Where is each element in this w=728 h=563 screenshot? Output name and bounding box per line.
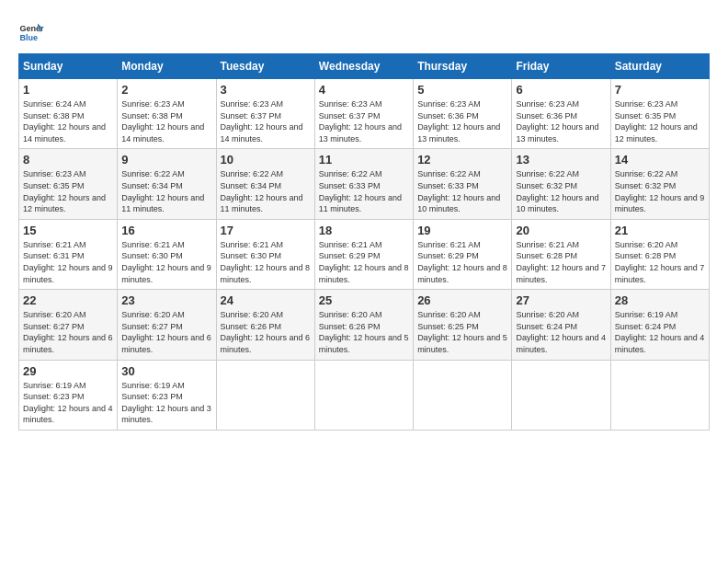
calendar-table: SundayMondayTuesdayWednesdayThursdayFrid… xyxy=(18,53,710,431)
day-number: 9 xyxy=(121,153,211,167)
col-header-sunday: Sunday xyxy=(19,54,118,79)
day-number: 20 xyxy=(516,224,606,237)
day-number: 13 xyxy=(516,153,606,167)
day-number: 23 xyxy=(121,293,211,307)
day-number: 27 xyxy=(516,293,606,307)
day-info: Sunrise: 6:23 AM Sunset: 6:35 PM Dayligh… xyxy=(23,168,113,214)
day-info: Sunrise: 6:22 AM Sunset: 6:32 PM Dayligh… xyxy=(516,168,606,214)
day-cell: 24 Sunrise: 6:20 AM Sunset: 6:26 PM Dayl… xyxy=(216,290,314,360)
day-cell: 10 Sunrise: 6:22 AM Sunset: 6:34 PM Dayl… xyxy=(216,149,314,219)
day-info: Sunrise: 6:19 AM Sunset: 6:23 PM Dayligh… xyxy=(23,380,113,426)
day-cell: 1 Sunrise: 6:24 AM Sunset: 6:38 PM Dayli… xyxy=(19,79,118,149)
day-info: Sunrise: 6:22 AM Sunset: 6:34 PM Dayligh… xyxy=(121,168,211,214)
day-cell: 22 Sunrise: 6:20 AM Sunset: 6:27 PM Dayl… xyxy=(19,290,118,360)
day-number: 6 xyxy=(516,83,606,97)
day-number: 12 xyxy=(417,153,507,167)
week-row-1: 1 Sunrise: 6:24 AM Sunset: 6:38 PM Dayli… xyxy=(19,79,710,149)
day-cell: 15 Sunrise: 6:21 AM Sunset: 6:31 PM Dayl… xyxy=(19,219,118,289)
day-of-week-header: SundayMondayTuesdayWednesdayThursdayFrid… xyxy=(19,54,710,79)
day-info: Sunrise: 6:20 AM Sunset: 6:25 PM Dayligh… xyxy=(417,309,507,355)
col-header-wednesday: Wednesday xyxy=(314,54,413,79)
day-cell: 17 Sunrise: 6:21 AM Sunset: 6:30 PM Dayl… xyxy=(216,219,314,289)
day-cell: 13 Sunrise: 6:22 AM Sunset: 6:32 PM Dayl… xyxy=(512,149,610,219)
day-cell: 19 Sunrise: 6:21 AM Sunset: 6:29 PM Dayl… xyxy=(414,219,512,289)
day-number: 28 xyxy=(615,293,705,307)
day-number: 8 xyxy=(23,153,113,167)
day-info: Sunrise: 6:21 AM Sunset: 6:31 PM Dayligh… xyxy=(23,239,113,285)
day-info: Sunrise: 6:20 AM Sunset: 6:27 PM Dayligh… xyxy=(121,309,211,355)
day-info: Sunrise: 6:20 AM Sunset: 6:26 PM Dayligh… xyxy=(319,309,409,355)
day-number: 16 xyxy=(121,224,211,237)
day-number: 1 xyxy=(23,83,113,97)
week-row-5: 29 Sunrise: 6:19 AM Sunset: 6:23 PM Dayl… xyxy=(19,360,710,430)
day-cell: 3 Sunrise: 6:23 AM Sunset: 6:37 PM Dayli… xyxy=(216,79,314,149)
svg-text:Blue: Blue xyxy=(19,33,38,42)
day-info: Sunrise: 6:23 AM Sunset: 6:36 PM Dayligh… xyxy=(417,98,507,144)
day-info: Sunrise: 6:19 AM Sunset: 6:23 PM Dayligh… xyxy=(121,380,211,426)
col-header-friday: Friday xyxy=(512,54,610,79)
day-info: Sunrise: 6:23 AM Sunset: 6:38 PM Dayligh… xyxy=(121,98,211,144)
day-cell: 7 Sunrise: 6:23 AM Sunset: 6:35 PM Dayli… xyxy=(610,79,709,149)
day-number: 29 xyxy=(23,364,113,378)
day-info: Sunrise: 6:20 AM Sunset: 6:24 PM Dayligh… xyxy=(516,309,606,355)
day-info: Sunrise: 6:23 AM Sunset: 6:36 PM Dayligh… xyxy=(516,98,606,144)
day-number: 2 xyxy=(121,83,211,97)
day-info: Sunrise: 6:23 AM Sunset: 6:37 PM Dayligh… xyxy=(319,98,409,144)
day-number: 21 xyxy=(615,224,705,237)
day-cell: 20 Sunrise: 6:21 AM Sunset: 6:28 PM Dayl… xyxy=(512,219,610,289)
day-info: Sunrise: 6:21 AM Sunset: 6:30 PM Dayligh… xyxy=(221,239,311,285)
day-cell: 12 Sunrise: 6:22 AM Sunset: 6:33 PM Dayl… xyxy=(414,149,512,219)
day-number: 14 xyxy=(615,153,705,167)
day-cell: 25 Sunrise: 6:20 AM Sunset: 6:26 PM Dayl… xyxy=(314,290,413,360)
day-number: 17 xyxy=(221,224,311,237)
day-number: 30 xyxy=(121,364,211,378)
day-cell: 29 Sunrise: 6:19 AM Sunset: 6:23 PM Dayl… xyxy=(19,360,118,430)
week-row-4: 22 Sunrise: 6:20 AM Sunset: 6:27 PM Dayl… xyxy=(19,290,710,360)
day-number: 19 xyxy=(417,224,507,237)
day-cell: 23 Sunrise: 6:20 AM Sunset: 6:27 PM Dayl… xyxy=(118,290,216,360)
day-cell: 18 Sunrise: 6:21 AM Sunset: 6:29 PM Dayl… xyxy=(314,219,413,289)
day-info: Sunrise: 6:24 AM Sunset: 6:38 PM Dayligh… xyxy=(23,98,113,144)
week-row-2: 8 Sunrise: 6:23 AM Sunset: 6:35 PM Dayli… xyxy=(19,149,710,219)
day-info: Sunrise: 6:21 AM Sunset: 6:28 PM Dayligh… xyxy=(516,239,606,285)
logo-icon: General Blue xyxy=(18,18,44,44)
day-info: Sunrise: 6:22 AM Sunset: 6:33 PM Dayligh… xyxy=(417,168,507,214)
day-cell xyxy=(314,360,413,430)
day-cell: 8 Sunrise: 6:23 AM Sunset: 6:35 PM Dayli… xyxy=(19,149,118,219)
day-number: 15 xyxy=(23,224,113,237)
day-info: Sunrise: 6:20 AM Sunset: 6:26 PM Dayligh… xyxy=(221,309,311,355)
day-info: Sunrise: 6:23 AM Sunset: 6:37 PM Dayligh… xyxy=(221,98,311,144)
day-info: Sunrise: 6:22 AM Sunset: 6:32 PM Dayligh… xyxy=(615,168,705,214)
day-number: 7 xyxy=(615,83,705,97)
day-info: Sunrise: 6:21 AM Sunset: 6:29 PM Dayligh… xyxy=(417,239,507,285)
day-info: Sunrise: 6:20 AM Sunset: 6:27 PM Dayligh… xyxy=(23,309,113,355)
col-header-tuesday: Tuesday xyxy=(216,54,314,79)
day-number: 26 xyxy=(417,293,507,307)
day-cell: 30 Sunrise: 6:19 AM Sunset: 6:23 PM Dayl… xyxy=(118,360,216,430)
day-number: 3 xyxy=(221,83,311,97)
col-header-thursday: Thursday xyxy=(414,54,512,79)
day-cell: 26 Sunrise: 6:20 AM Sunset: 6:25 PM Dayl… xyxy=(414,290,512,360)
day-cell xyxy=(610,360,709,430)
day-number: 24 xyxy=(221,293,311,307)
day-cell: 4 Sunrise: 6:23 AM Sunset: 6:37 PM Dayli… xyxy=(314,79,413,149)
day-cell xyxy=(216,360,314,430)
day-info: Sunrise: 6:19 AM Sunset: 6:24 PM Dayligh… xyxy=(615,309,705,355)
day-number: 18 xyxy=(319,224,409,237)
week-row-3: 15 Sunrise: 6:21 AM Sunset: 6:31 PM Dayl… xyxy=(19,219,710,289)
day-cell: 21 Sunrise: 6:20 AM Sunset: 6:28 PM Dayl… xyxy=(610,219,709,289)
day-cell: 28 Sunrise: 6:19 AM Sunset: 6:24 PM Dayl… xyxy=(610,290,709,360)
day-cell xyxy=(414,360,512,430)
day-number: 10 xyxy=(221,153,311,167)
day-number: 25 xyxy=(319,293,409,307)
header: General Blue xyxy=(18,18,710,44)
col-header-saturday: Saturday xyxy=(610,54,709,79)
day-cell: 16 Sunrise: 6:21 AM Sunset: 6:30 PM Dayl… xyxy=(118,219,216,289)
day-number: 11 xyxy=(319,153,409,167)
day-number: 22 xyxy=(23,293,113,307)
day-cell: 11 Sunrise: 6:22 AM Sunset: 6:33 PM Dayl… xyxy=(314,149,413,219)
col-header-monday: Monday xyxy=(118,54,216,79)
day-cell xyxy=(512,360,610,430)
day-info: Sunrise: 6:23 AM Sunset: 6:35 PM Dayligh… xyxy=(615,98,705,144)
day-number: 4 xyxy=(319,83,409,97)
